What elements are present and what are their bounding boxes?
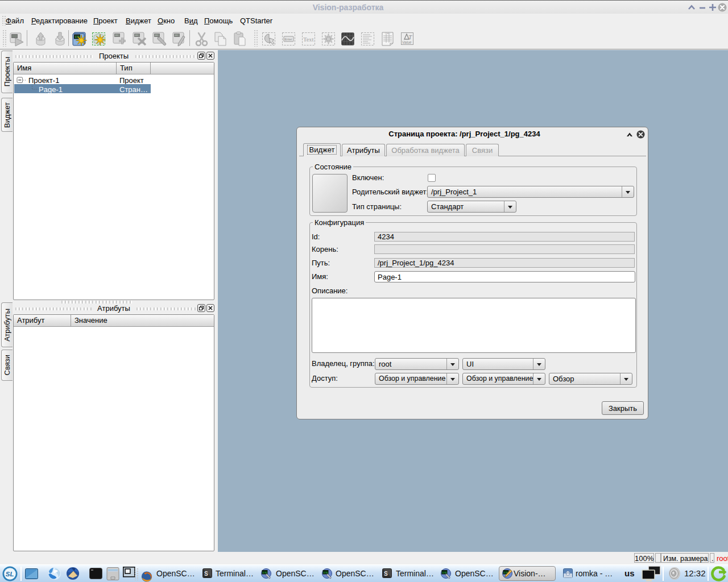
svg-text:Enter: Enter xyxy=(285,38,292,41)
svg-text:Text: Text xyxy=(303,36,314,43)
svg-text:S: S xyxy=(204,571,208,577)
svg-text:S: S xyxy=(384,571,388,577)
svg-text:0.90: 0.90 xyxy=(324,571,329,574)
svg-text:Value: Value xyxy=(402,40,412,44)
svg-text:SL: SL xyxy=(6,571,14,577)
svg-text:Order: Order xyxy=(385,32,391,35)
svg-text:T: T xyxy=(408,34,412,40)
svg-text:0.90: 0.90 xyxy=(263,571,268,574)
svg-text:0.90: 0.90 xyxy=(442,571,448,574)
